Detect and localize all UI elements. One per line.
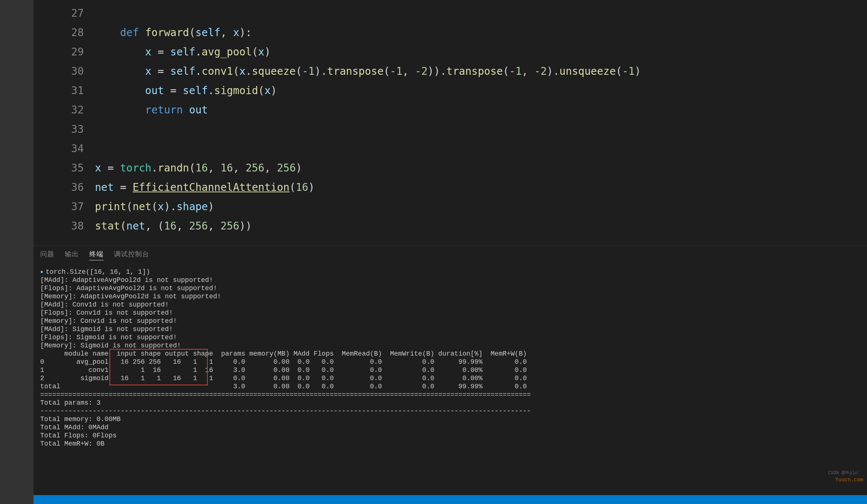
terminal-line: 1 conv1 1 16 1 16 3.0 0.00 0.0 0.0 0.0 0… <box>40 366 860 374</box>
terminal-line: [Flops]: AdaptiveAvgPool2d is not suppor… <box>40 284 860 292</box>
line-number: 32 <box>34 100 84 120</box>
tab-output[interactable]: 输出 <box>65 250 79 260</box>
line-number: 34 <box>34 139 84 158</box>
terminal-line: [Memory]: Sigmoid is not supported! <box>40 341 860 350</box>
terminal-line: 0 avg_pool 16 256 256 16 1 1 0.0 0.00 0.… <box>40 358 860 366</box>
code-line[interactable]: out = self.sigmoid(x) <box>95 81 867 100</box>
terminal-line: module name input shape output shape par… <box>40 350 860 358</box>
tab-problems[interactable]: 问题 <box>40 250 54 260</box>
line-number: 28 <box>34 23 84 42</box>
line-number: 31 <box>34 81 84 100</box>
line-number: 33 <box>34 120 84 139</box>
line-number: 37 <box>34 197 84 216</box>
code-line[interactable]: def forward(self, x): <box>95 23 867 42</box>
code-line[interactable]: x = self.conv1(x.squeeze(-1).transpose(-… <box>95 62 867 81</box>
line-number: 30 <box>34 62 84 81</box>
terminal-line: [MAdd]: Sigmoid is not supported! <box>40 325 860 333</box>
line-number: 35 <box>34 158 84 178</box>
code-line[interactable]: return out <box>95 100 867 120</box>
code-line[interactable]: stat(net, (16, 256, 256)) <box>95 216 867 236</box>
terminal-line: 2 sigmoid 16 1 1 16 1 1 0.0 0.00 0.0 0.0… <box>40 374 860 382</box>
code-line[interactable] <box>95 120 867 139</box>
terminal-line: Total MAdd: 0MAdd <box>40 423 860 431</box>
terminal-line: [Memory]: Conv1d is not supported! <box>40 317 860 325</box>
terminal-line: torch.Size([16, 16, 1, 1]) <box>40 268 860 276</box>
line-number: 38 <box>34 216 84 236</box>
code-line[interactable]: x = self.avg_pool(x) <box>95 42 867 62</box>
terminal-line: Total memory: 0.00MB <box>40 415 860 423</box>
code-line[interactable]: print(net(x).shape) <box>95 197 867 216</box>
status-bar[interactable] <box>34 495 867 504</box>
tab-terminal[interactable]: 终端 <box>89 250 103 260</box>
terminal-line: [Flops]: Sigmoid is not supported! <box>40 333 860 341</box>
tab-debug-console[interactable]: 调试控制台 <box>114 250 149 260</box>
terminal-line: Total Flops: 0Flops <box>40 431 860 440</box>
terminal-line: [MAdd]: AdaptiveAvgPool2d is not support… <box>40 276 860 284</box>
panel-tabs: 问题 输出 终端 调试控制台 <box>34 246 867 263</box>
watermark-yuucn: Yuucn.com <box>835 476 863 484</box>
bottom-panel: 问题 输出 终端 调试控制台 torch.Size([16, 16, 1, 1]… <box>34 245 867 495</box>
code-editor[interactable]: 26272829303132333435363738 self.sigmoid … <box>34 0 867 245</box>
terminal-line: Total params: 3 <box>40 399 860 407</box>
terminal-line: ========================================… <box>40 391 860 399</box>
line-number: 36 <box>34 178 84 197</box>
code-line[interactable] <box>95 139 867 158</box>
line-number-gutter: 26272829303132333435363738 <box>34 0 95 245</box>
terminal-line: total 3.0 0.00 0.0 0.0 0.0 0.0 99.99% 0.… <box>40 382 860 391</box>
code-content[interactable]: self.sigmoid = nn.Sigmoid() def forward(… <box>95 0 867 245</box>
line-number: 29 <box>34 42 84 62</box>
editor-area: 26272829303132333435363738 self.sigmoid … <box>34 0 867 504</box>
terminal-line: ----------------------------------------… <box>40 407 860 415</box>
activity-bar[interactable] <box>0 0 34 504</box>
terminal-line: [MAdd]: Conv1d is not supported! <box>40 301 860 309</box>
code-line[interactable]: net = EfficientChannelAttention(16) <box>95 178 867 197</box>
terminal-line: [Flops]: Conv1d is not supported! <box>40 309 860 317</box>
code-line[interactable] <box>95 4 867 23</box>
line-number: 27 <box>34 4 84 23</box>
terminal-line: Total MemR+W: 0B <box>40 440 860 448</box>
line-number: 26 <box>34 0 84 4</box>
window: 26272829303132333435363738 self.sigmoid … <box>0 0 867 504</box>
terminal-line: [Memory]: AdaptiveAvgPool2d is not suppo… <box>40 292 860 301</box>
terminal-output[interactable]: torch.Size([16, 16, 1, 1])[MAdd]: Adapti… <box>34 263 867 495</box>
code-line[interactable]: self.sigmoid = nn.Sigmoid() <box>95 0 867 4</box>
code-line[interactable]: x = torch.randn(16, 16, 256, 256) <box>95 158 867 178</box>
